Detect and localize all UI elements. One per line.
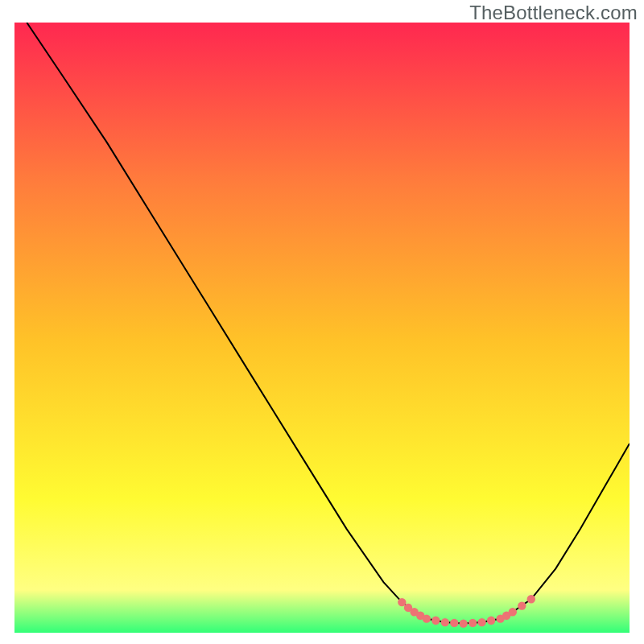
- marker-dot: [477, 618, 485, 626]
- chart-svg: [14, 23, 630, 633]
- gradient-backdrop: [14, 23, 630, 633]
- marker-dot: [487, 617, 495, 625]
- marker-dot: [441, 618, 449, 626]
- chart-container: TheBottleneck.com: [0, 0, 644, 644]
- marker-dot: [509, 608, 517, 616]
- marker-dot: [518, 601, 526, 609]
- marker-dot: [431, 617, 440, 625]
- marker-dot: [450, 619, 458, 627]
- marker-dot: [527, 595, 535, 603]
- marker-dot: [460, 619, 468, 627]
- plot-area: [14, 23, 630, 633]
- watermark-text: TheBottleneck.com: [469, 2, 638, 24]
- marker-dot: [423, 614, 431, 622]
- marker-dot: [469, 619, 477, 627]
